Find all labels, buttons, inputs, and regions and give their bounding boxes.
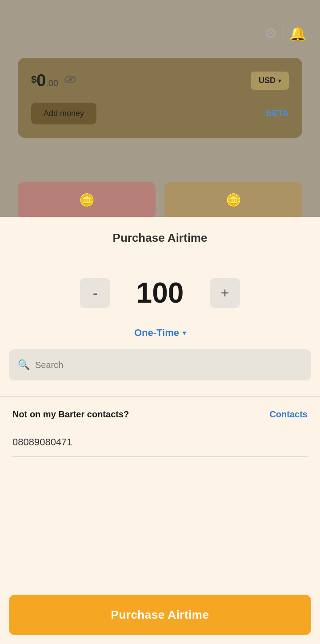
contact-section: Not on my Barter contacts? Contacts [0, 397, 320, 457]
frequency-row: One-Time ▾ [0, 323, 320, 349]
mini-card-2[interactable]: 🪙 [164, 182, 302, 218]
mini-card-1[interactable]: 🪙 [18, 182, 156, 218]
frequency-selector[interactable]: One-Time ▾ [134, 327, 186, 339]
balance-cents: .00 [46, 78, 58, 88]
bottom-sheet: Purchase Airtime - 100 + One-Time ▾ 🔍 No… [0, 217, 320, 644]
search-container: 🔍 [9, 349, 311, 380]
amount-control: - 100 + [0, 254, 320, 323]
header-divider [283, 25, 284, 41]
header-icons: ⚙ 🔔 [264, 25, 307, 42]
wallet-card: $0.00 USD ▾ Add money BETA [18, 58, 302, 138]
amount-display: 100 [124, 276, 196, 309]
mini-cards-row: 🪙 🪙 [18, 182, 302, 218]
contact-row: Not on my Barter contacts? Contacts [12, 409, 308, 420]
beta-badge: BETA [266, 109, 289, 118]
gear-icon[interactable]: ⚙ [264, 25, 277, 42]
contacts-button[interactable]: Contacts [269, 409, 308, 420]
wallet-bottom-row: Add money BETA [31, 103, 289, 124]
wallet-balance-row: $0.00 USD ▾ [31, 71, 289, 90]
balance-left: $0.00 [31, 71, 77, 90]
currency-selector[interactable]: USD ▾ [251, 72, 289, 90]
frequency-chevron-icon: ▾ [183, 329, 186, 336]
contact-question-label: Not on my Barter contacts? [12, 409, 129, 420]
balance-display: $0.00 [31, 71, 58, 90]
bell-icon[interactable]: 🔔 [289, 25, 307, 42]
search-icon: 🔍 [18, 359, 30, 371]
sheet-title-row: Purchase Airtime [0, 217, 320, 254]
decrement-button[interactable]: - [80, 278, 110, 308]
currency-symbol: $ [31, 74, 36, 85]
top-header: ⚙ 🔔 [0, 0, 320, 53]
hide-balance-icon[interactable] [64, 75, 77, 87]
increment-button[interactable]: + [210, 278, 240, 308]
purchase-button-wrap: Purchase Airtime [0, 595, 320, 644]
phone-input-wrap [12, 428, 308, 457]
frequency-label: One-Time [134, 327, 179, 339]
purchase-airtime-button[interactable]: Purchase Airtime [9, 595, 311, 635]
add-money-button[interactable]: Add money [31, 103, 96, 124]
mini-card-2-icon: 🪙 [226, 193, 241, 208]
currency-label: USD [259, 76, 276, 85]
mini-card-1-icon: 🪙 [79, 193, 95, 208]
currency-chevron-icon: ▾ [278, 78, 281, 84]
search-input[interactable] [35, 360, 302, 370]
sheet-title: Purchase Airtime [113, 231, 208, 244]
phone-input[interactable] [12, 436, 308, 448]
